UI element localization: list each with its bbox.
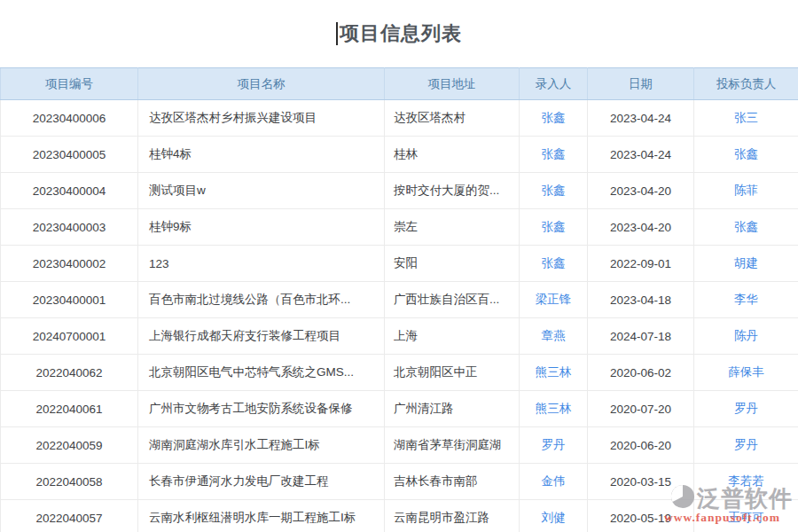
- enterer-link[interactable]: 熊三林: [536, 365, 572, 379]
- cell-project-name: 北京朝阳区电气中芯特气系统之GMS...: [138, 355, 385, 391]
- cell-date: 2023-04-20: [588, 173, 694, 209]
- cell-bid-manager[interactable]: 张鑫: [694, 209, 798, 246]
- cell-enterer[interactable]: 梁正锋: [520, 282, 588, 318]
- table-row: 20240700001上海银行成都天府支行装修工程项目上海章燕2024-07-1…: [1, 318, 798, 355]
- column-header-project-code: 项目编号: [1, 68, 138, 100]
- bid-manager-link[interactable]: 张三: [734, 111, 758, 124]
- cell-project-code: 20230400006: [1, 100, 138, 137]
- column-header-date: 日期: [588, 68, 694, 100]
- cell-enterer[interactable]: 张鑫: [520, 137, 588, 173]
- cell-enterer[interactable]: 张鑫: [520, 100, 588, 137]
- column-header-enterer: 录入人: [520, 68, 588, 100]
- cell-project-name: 云南水利枢纽潜明水库一期工程施工I标: [138, 500, 385, 532]
- cell-date: 2020-03-15: [588, 464, 694, 500]
- cell-project-code: 2022040058: [1, 464, 138, 500]
- cell-enterer[interactable]: 章燕: [520, 318, 588, 355]
- project-info-page: 项目信息列表 项目编号 项目名称 项目地址 录入人 日期 投标负责人 20230…: [0, 0, 798, 532]
- enterer-link[interactable]: 梁正锋: [536, 293, 572, 306]
- cell-project-name: 长春市伊通河水力发电厂改建工程: [138, 464, 385, 500]
- cell-project-code: 20230400001: [1, 282, 138, 318]
- cell-project-address: 达孜区塔杰村: [385, 100, 520, 137]
- table-row: 2022040062北京朝阳区电气中芯特气系统之GMS...北京朝阳区中正熊三林…: [1, 355, 798, 391]
- cell-date: 2020-07-20: [588, 391, 694, 427]
- cell-enterer[interactable]: 熊三林: [520, 391, 588, 427]
- column-header-project-name: 项目名称: [138, 68, 385, 100]
- text-caret: [336, 22, 338, 45]
- cell-enterer[interactable]: 张鑫: [520, 209, 588, 246]
- cell-bid-manager[interactable]: 王可可: [694, 500, 798, 532]
- bid-manager-link[interactable]: 薛保丰: [728, 365, 764, 379]
- table-row: 20230400005桂钟4标桂林张鑫2023-04-24张鑫: [1, 137, 798, 173]
- enterer-link[interactable]: 张鑫: [542, 184, 566, 197]
- cell-date: 2020-06-20: [588, 427, 694, 464]
- cell-project-code: 2022040062: [1, 355, 138, 391]
- bid-manager-link[interactable]: 罗丹: [734, 402, 758, 415]
- cell-project-code: 20240700001: [1, 318, 138, 355]
- cell-enterer[interactable]: 金伟: [520, 464, 588, 500]
- bid-manager-link[interactable]: 罗丹: [734, 438, 758, 451]
- cell-date: 2023-04-18: [588, 282, 694, 318]
- table-row: 20230400004测试项目w按时交付大厦的贺...张鑫2023-04-20陈…: [1, 173, 798, 209]
- cell-project-name: 桂钟4标: [138, 137, 385, 173]
- page-title: 项目信息列表: [340, 20, 462, 47]
- cell-enterer[interactable]: 罗丹: [520, 427, 588, 464]
- cell-date: 2023-04-20: [588, 209, 694, 246]
- column-header-bid-manager: 投标负责人: [694, 68, 798, 100]
- enterer-link[interactable]: 张鑫: [542, 256, 566, 270]
- cell-bid-manager[interactable]: 罗丹: [694, 391, 798, 427]
- table-row: 2022040057云南水利枢纽潜明水库一期工程施工I标云南昆明市盈江路刘健20…: [1, 500, 798, 532]
- cell-bid-manager[interactable]: 陈菲: [694, 173, 798, 209]
- table-row: 20230400002123安阳张鑫2022-09-01胡建: [1, 246, 798, 282]
- bid-manager-link[interactable]: 陈菲: [734, 184, 758, 197]
- cell-project-name: 达孜区塔杰村乡村振兴建设项目: [138, 100, 385, 137]
- table-body: 20230400006达孜区塔杰村乡村振兴建设项目达孜区塔杰村张鑫2023-04…: [1, 100, 798, 532]
- cell-project-address: 安阳: [385, 246, 520, 282]
- cell-date: 2020-06-02: [588, 355, 694, 391]
- table-row: 20230400003桂钟9标崇左张鑫2023-04-20张鑫: [1, 209, 798, 246]
- cell-project-name: 上海银行成都天府支行装修工程项目: [138, 318, 385, 355]
- enterer-link[interactable]: 刘健: [542, 511, 566, 524]
- bid-manager-link[interactable]: 胡建: [734, 256, 758, 270]
- cell-enterer[interactable]: 张鑫: [520, 246, 588, 282]
- cell-date: 2023-04-24: [588, 137, 694, 173]
- project-table: 项目编号 项目名称 项目地址 录入人 日期 投标负责人 20230400006达…: [0, 67, 798, 532]
- bid-manager-link[interactable]: 李若若: [728, 474, 764, 488]
- cell-bid-manager[interactable]: 罗丹: [694, 427, 798, 464]
- bid-manager-link[interactable]: 李华: [734, 293, 758, 306]
- cell-bid-manager[interactable]: 李华: [694, 282, 798, 318]
- title-bar: 项目信息列表: [0, 0, 798, 67]
- enterer-link[interactable]: 熊三林: [536, 402, 572, 415]
- bid-manager-link[interactable]: 张鑫: [734, 147, 758, 160]
- cell-bid-manager[interactable]: 李若若: [694, 464, 798, 500]
- cell-project-code: 2022040057: [1, 500, 138, 532]
- cell-project-name: 123: [138, 246, 385, 282]
- enterer-link[interactable]: 张鑫: [542, 111, 566, 124]
- bid-manager-link[interactable]: 陈丹: [734, 329, 758, 342]
- cell-project-code: 20230400003: [1, 209, 138, 246]
- enterer-link[interactable]: 罗丹: [542, 438, 566, 451]
- bid-manager-link[interactable]: 王可可: [728, 511, 764, 524]
- enterer-link[interactable]: 金伟: [542, 474, 566, 488]
- cell-project-address: 吉林长春市南部: [385, 464, 520, 500]
- cell-enterer[interactable]: 张鑫: [520, 173, 588, 209]
- cell-enterer[interactable]: 刘健: [520, 500, 588, 532]
- enterer-link[interactable]: 张鑫: [542, 220, 566, 233]
- cell-project-name: 百色市南北过境线公路（百色市北环...: [138, 282, 385, 318]
- cell-project-address: 广西壮族自治区百...: [385, 282, 520, 318]
- enterer-link[interactable]: 章燕: [542, 329, 566, 342]
- enterer-link[interactable]: 张鑫: [542, 147, 566, 160]
- bid-manager-link[interactable]: 张鑫: [734, 220, 758, 233]
- cell-bid-manager[interactable]: 张三: [694, 100, 798, 137]
- cell-bid-manager[interactable]: 陈丹: [694, 318, 798, 355]
- cell-enterer[interactable]: 熊三林: [520, 355, 588, 391]
- cell-date: 2020-05-19: [588, 500, 694, 532]
- cell-bid-manager[interactable]: 胡建: [694, 246, 798, 282]
- cell-project-name: 湖南洞庭湖水库引水工程施工I标: [138, 427, 385, 464]
- cell-bid-manager[interactable]: 薛保丰: [694, 355, 798, 391]
- cell-bid-manager[interactable]: 张鑫: [694, 137, 798, 173]
- column-header-project-address: 项目地址: [385, 68, 520, 100]
- cell-project-code: 20230400004: [1, 173, 138, 209]
- cell-project-code: 2022040059: [1, 427, 138, 464]
- table-header: 项目编号 项目名称 项目地址 录入人 日期 投标负责人: [1, 68, 798, 100]
- cell-project-address: 广州清江路: [385, 391, 520, 427]
